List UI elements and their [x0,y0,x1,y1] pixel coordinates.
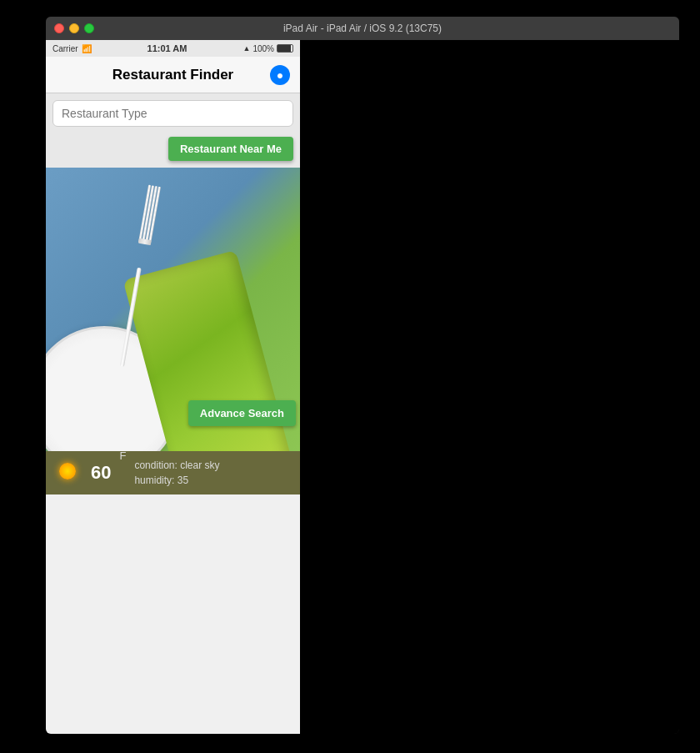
weather-info: condition: clear sky humidity: 35 [134,458,219,488]
ios-status-bar: Carrier 📶 11:01 AM ▲ 100% [46,40,300,57]
carrier-label: Carrier [52,44,78,53]
wifi-icon: 📶 [82,44,92,53]
hero-area: Advance Search [46,168,300,451]
mac-window: iPad Air - iPad Air / iOS 9.2 (13C75) Ca… [46,17,679,734]
weather-condition: condition: clear sky [134,458,219,473]
weather-bar: 60 F condition: clear sky humidity: 35 [46,451,300,494]
simulator: Carrier 📶 11:01 AM ▲ 100% Restaurant Fin… [46,40,679,734]
weather-temp-container: 60 [91,464,111,482]
restaurant-type-input[interactable] [62,107,284,120]
window-title: iPad Air - iPad Air / iOS 9.2 (13C75) [283,23,442,34]
close-button[interactable] [54,23,64,33]
status-time: 11:01 AM [148,43,188,53]
status-left: Carrier 📶 [52,44,92,53]
sun-circle [59,463,76,479]
weather-sun-icon [56,459,82,486]
ios-panel: Carrier 📶 11:01 AM ▲ 100% Restaurant Fin… [46,40,300,734]
status-right: ▲ 100% [242,44,293,53]
app-title: Restaurant Finder [112,67,233,83]
mac-titlebar: iPad Air - iPad Air / iOS 9.2 (13C75) [46,17,679,40]
ios-content: Restaurant Near Me [46,93,300,734]
advance-search-wrapper: Advance Search [188,400,296,426]
black-panel [300,40,679,734]
nav-badge[interactable]: ● [270,65,290,85]
advance-search-button[interactable]: Advance Search [188,400,296,426]
location-icon: ▲ [242,44,250,53]
battery-label: 100% [252,44,274,53]
temperature-value: 60 [91,464,111,482]
hero-background: Advance Search [46,168,300,451]
search-input-wrapper[interactable] [52,100,293,127]
fork-head [134,185,159,269]
search-area [46,93,300,133]
restaurant-near-me-button[interactable]: Restaurant Near Me [168,137,293,161]
near-me-btn-wrapper: Restaurant Near Me [46,133,300,168]
weather-humidity: humidity: 35 [134,473,219,488]
fork-base [138,238,152,246]
ios-navbar: Restaurant Finder ● [46,57,300,93]
battery-icon [277,44,293,53]
traffic-lights [54,23,94,33]
minimize-button[interactable] [69,23,79,33]
maximize-button[interactable] [84,23,94,33]
badge-icon: ● [277,68,283,82]
